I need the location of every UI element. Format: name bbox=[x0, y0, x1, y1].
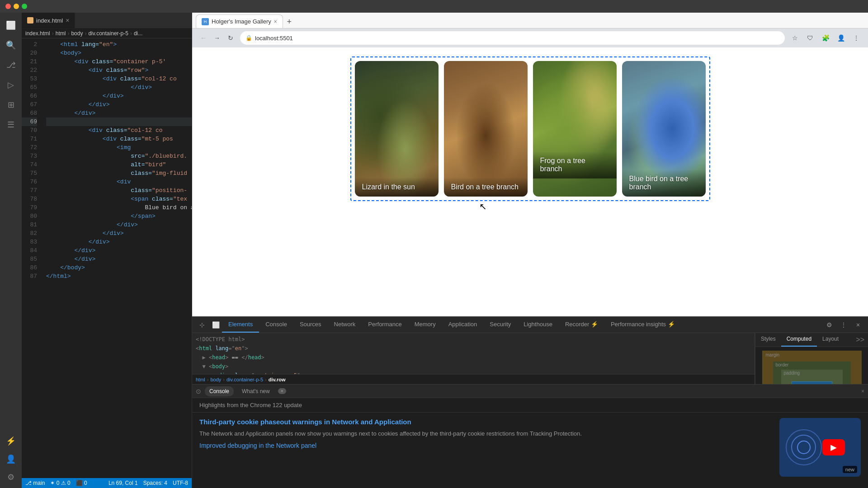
refresh-button[interactable]: ↻ bbox=[225, 32, 236, 44]
devtools-panel: ⊹ ⬜ Elements Console Sources Network Per… bbox=[192, 316, 868, 488]
minimize-button[interactable] bbox=[14, 4, 19, 9]
profile-icon[interactable]: 👤 bbox=[835, 32, 847, 44]
extensions-icon[interactable]: 🧩 bbox=[819, 32, 832, 44]
shield-icon[interactable]: 🛡 bbox=[804, 32, 816, 44]
tab-security[interactable]: Security bbox=[483, 317, 517, 333]
code-line: </span> bbox=[46, 212, 192, 221]
browser-tab-active[interactable]: H Holger's Image Gallery × bbox=[196, 14, 283, 28]
wnp-content: Third-party cookie phaseout warnings in … bbox=[192, 413, 868, 488]
account-icon[interactable]: 👤 bbox=[2, 450, 20, 468]
youtube-play-button[interactable]: ▶ bbox=[822, 439, 845, 455]
card-label-bluebird: Blue bird on a tree branch bbox=[622, 169, 706, 197]
devtools-toolbar-right: ⚙ ⋮ × bbox=[823, 319, 864, 331]
tab-layout[interactable]: Layout bbox=[817, 333, 844, 347]
code-content[interactable]: <html lang="en"> <body> <div class="cont… bbox=[44, 38, 192, 478]
tree-line-head[interactable]: ▶ <head> == </head> bbox=[192, 353, 755, 362]
tree-line-body[interactable]: ▼ <body> bbox=[192, 362, 755, 371]
editor-breadcrumb: index.html › html › body › div.container… bbox=[22, 28, 192, 38]
console-expand-icon[interactable]: ⊙ bbox=[196, 388, 201, 395]
whats-new-close[interactable]: × bbox=[278, 388, 286, 394]
tab-network[interactable]: Network bbox=[328, 317, 362, 333]
breadcrumb-item[interactable]: html bbox=[56, 30, 66, 37]
wnp-title1[interactable]: Third-party cookie phaseout warnings in … bbox=[199, 418, 770, 426]
list-icon[interactable]: ☰ bbox=[2, 116, 20, 134]
breadcrumb-item[interactable]: body bbox=[71, 30, 83, 37]
breadcrumb-item[interactable]: index.html bbox=[25, 30, 50, 37]
tree-line-html[interactable]: <html lang="en"> bbox=[192, 344, 755, 353]
code-line: <div class="container p-5' bbox=[46, 57, 192, 66]
elements-panel: <!DOCTYPE html> <html lang="en"> ▶ <head… bbox=[192, 333, 755, 384]
git-icon[interactable]: ⎇ bbox=[2, 56, 20, 74]
extensions-icon[interactable]: ⊞ bbox=[2, 96, 20, 114]
bc-container[interactable]: div.container-p-5 bbox=[226, 377, 263, 382]
menu-icon[interactable]: ⋮ bbox=[850, 32, 863, 44]
close-button[interactable] bbox=[5, 4, 11, 9]
tree-line-container[interactable]: ▼ <div class="container-p-5"> bbox=[192, 371, 755, 374]
wnp-desc1: The Network and Application panels now s… bbox=[199, 429, 770, 438]
tab-elements[interactable]: Elements bbox=[222, 317, 259, 333]
gallery-card-lizard: Lizard in the sun bbox=[355, 61, 439, 197]
mouse-cursor: ↖ bbox=[479, 201, 487, 212]
wnp-video[interactable]: ▶ new bbox=[779, 418, 861, 477]
line-numbers: 2 20 21 22 53 65 66 67 ✶68 69 70 71 72 7… bbox=[22, 38, 44, 478]
elements-breadcrumb: html › body › div.container-p-5 › div.ro… bbox=[192, 374, 755, 384]
settings-icon[interactable]: ⚙ bbox=[823, 319, 835, 331]
tab-console[interactable]: Console bbox=[259, 317, 293, 333]
tab-lighthouse[interactable]: Lighthouse bbox=[517, 317, 559, 333]
code-line: <body> bbox=[46, 49, 192, 57]
tab-recorder[interactable]: Recorder ⚡ bbox=[559, 317, 604, 333]
breadcrumb-item[interactable]: div.container-p-5 bbox=[88, 30, 128, 37]
more-tabs-button[interactable]: >> bbox=[852, 333, 868, 347]
tab-close-button[interactable]: × bbox=[66, 17, 69, 24]
settings-icon[interactable]: ⚙ bbox=[2, 468, 20, 486]
editor-tab-index-html[interactable]: index.html × bbox=[22, 13, 75, 28]
video-decoration bbox=[786, 429, 822, 465]
close-console-icon[interactable]: × bbox=[861, 388, 864, 394]
code-line: <div class="col-12 co bbox=[46, 126, 192, 135]
bc-body[interactable]: body bbox=[210, 377, 221, 382]
url-bar[interactable]: 🔒 localhost:5501 bbox=[240, 31, 785, 45]
devtools-icons: ⊹ ⬜ bbox=[196, 319, 222, 331]
bc-html[interactable]: html bbox=[196, 377, 205, 382]
error-status: ✶ 0 ⚠ 0 bbox=[50, 480, 70, 486]
device-toolbar-icon[interactable]: ⬜ bbox=[209, 319, 222, 331]
search-icon[interactable]: 🔍 bbox=[2, 36, 20, 54]
devtools-toolbar: ⊹ ⬜ Elements Console Sources Network Per… bbox=[192, 317, 868, 333]
tab-performance[interactable]: Performance bbox=[362, 317, 408, 333]
code-line: </div> bbox=[46, 255, 192, 263]
html-tree[interactable]: <!DOCTYPE html> <html lang="en"> ▶ <head… bbox=[192, 333, 755, 374]
cursor-position: Ln 69, Col 1 bbox=[108, 480, 138, 486]
close-devtools-icon[interactable]: × bbox=[852, 319, 864, 331]
code-line: </div> bbox=[46, 246, 192, 255]
box-model-panel: margin -12 -12 border padding bbox=[755, 347, 868, 384]
lock-icon: 🔒 bbox=[245, 35, 252, 41]
bc-row[interactable]: div.row bbox=[269, 377, 286, 382]
explorer-icon[interactable]: ⬜ bbox=[2, 16, 20, 34]
wnp-title2[interactable]: Improved debugging in the Network panel bbox=[199, 442, 770, 449]
back-button[interactable]: ← bbox=[198, 32, 209, 44]
tab-performance-insights[interactable]: Performance insights ⚡ bbox=[604, 317, 681, 333]
breadcrumb-item[interactable]: di... bbox=[134, 30, 142, 37]
file-icon bbox=[27, 17, 33, 23]
tab-styles[interactable]: Styles bbox=[755, 333, 781, 347]
tab-application[interactable]: Application bbox=[442, 317, 484, 333]
bookmark-icon[interactable]: ☆ bbox=[788, 32, 801, 44]
gallery-card-frog: Frog on a tree branch bbox=[533, 61, 617, 197]
code-line: </div> bbox=[46, 238, 192, 246]
code-line: </div> bbox=[46, 92, 192, 100]
debug-icon[interactable]: ▷ bbox=[2, 76, 20, 94]
element-picker-icon[interactable]: ⊹ bbox=[196, 319, 208, 331]
tab-close-icon[interactable]: × bbox=[274, 19, 277, 25]
tab-memory[interactable]: Memory bbox=[408, 317, 442, 333]
tab-computed[interactable]: Computed bbox=[781, 333, 817, 347]
new-tab-button[interactable]: + bbox=[283, 15, 296, 28]
tree-line-doctype[interactable]: <!DOCTYPE html> bbox=[192, 335, 755, 344]
tab-sources[interactable]: Sources bbox=[293, 317, 328, 333]
more-icon[interactable]: ⋮ bbox=[837, 319, 850, 331]
whats-new-tab-button[interactable]: What's new bbox=[237, 386, 274, 396]
console-tab-button[interactable]: Console bbox=[205, 386, 234, 396]
border-box: border padding 1068×479.609 bbox=[773, 361, 851, 384]
forward-button[interactable]: → bbox=[211, 32, 223, 44]
maximize-button[interactable] bbox=[22, 4, 27, 9]
remote-icon[interactable]: ⚡ bbox=[2, 432, 20, 450]
